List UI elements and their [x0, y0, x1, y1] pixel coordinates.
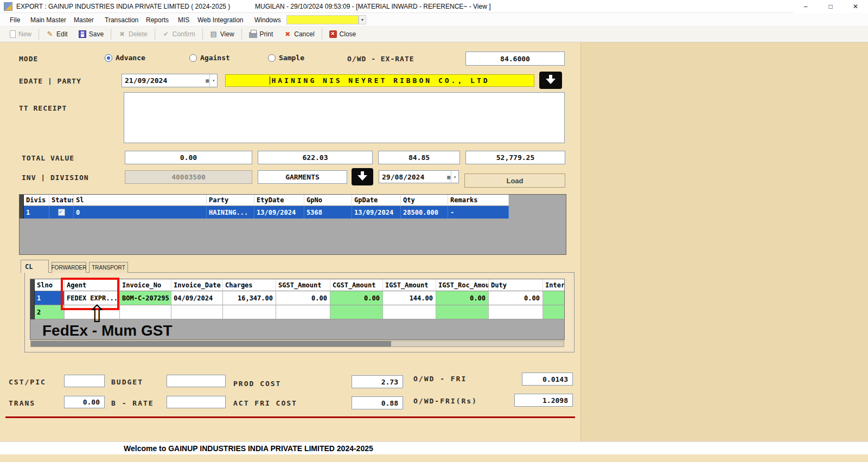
menu-transaction[interactable]: Transaction: [103, 13, 141, 27]
grid2-col-igst[interactable]: IGST_Amount: [383, 279, 436, 291]
close-button[interactable]: Close: [324, 28, 362, 40]
grid2-col-slno[interactable]: Slno: [35, 279, 65, 291]
chevron-down-icon[interactable]: ▾: [209, 74, 217, 87]
prod-cost-field[interactable]: 2.73: [352, 375, 403, 388]
cell-gpdate[interactable]: 13/09/2024: [352, 206, 401, 219]
cell-charges[interactable]: 16,347.00: [223, 291, 276, 305]
new-button[interactable]: New: [4, 28, 37, 40]
menu-mis[interactable]: MIS: [176, 13, 192, 27]
view-button[interactable]: View: [205, 28, 240, 40]
menu-reports[interactable]: Reports: [144, 13, 171, 27]
menu-file[interactable]: File: [8, 13, 22, 27]
cell-charges[interactable]: [223, 305, 276, 319]
division-field[interactable]: GARMENTS: [258, 170, 347, 184]
cell-igst-roc[interactable]: [436, 305, 489, 319]
total-value-field-4[interactable]: 52,779.25: [465, 151, 565, 164]
tab-cl[interactable]: CL: [21, 260, 49, 273]
scrollbar-thumb[interactable]: [31, 341, 391, 347]
cell-sgst[interactable]: [276, 305, 330, 319]
grid1-col-gpno[interactable]: GpNo: [304, 195, 352, 206]
print-button[interactable]: Print: [244, 28, 279, 40]
save-button[interactable]: Save: [73, 28, 109, 40]
grid2-col-igst-roc[interactable]: IGST_Roc_Amou: [436, 279, 489, 291]
total-value-field-2[interactable]: 622.03: [258, 151, 373, 164]
edate-datepicker[interactable]: 21/09/2024 ▦ ▾: [122, 74, 218, 87]
cell-igst-roc[interactable]: 0.00: [436, 291, 489, 305]
total-value-field-3[interactable]: 84.85: [378, 151, 460, 164]
menu-windows[interactable]: Windows: [252, 13, 283, 27]
edit-button[interactable]: Edit: [41, 28, 73, 40]
b-rate-field[interactable]: [167, 396, 226, 408]
cell-invoice-no[interactable]: [120, 305, 171, 319]
grid1-col-sl[interactable]: Sl: [74, 195, 207, 206]
cancel-button[interactable]: Cancel: [278, 28, 320, 40]
grid2-col-sgst[interactable]: SGST_Amount: [276, 279, 330, 291]
owd-fri-field[interactable]: 0.0143: [522, 373, 573, 386]
cell-inter[interactable]: [543, 291, 565, 305]
cst-pic-field[interactable]: [64, 375, 105, 387]
delete-button[interactable]: Delete: [113, 28, 153, 40]
total-value-field-1[interactable]: 0.00: [125, 151, 252, 164]
chevron-down-icon[interactable]: ▾: [451, 171, 458, 183]
grid1-col-gpdate[interactable]: GpDate: [352, 195, 401, 206]
budget-field[interactable]: [167, 375, 226, 387]
grid2-col-inter[interactable]: Inter: [543, 279, 565, 291]
cell-duty[interactable]: [489, 305, 543, 319]
division-lookup-button[interactable]: [352, 168, 373, 185]
menu-master[interactable]: Master: [72, 13, 96, 27]
invoice-datepicker[interactable]: 29/08/2024 ▦ ▾: [379, 170, 459, 183]
cell-cgst[interactable]: 0.00: [330, 291, 383, 305]
cell-remarks[interactable]: -: [448, 206, 509, 219]
act-fri-cost-field[interactable]: 0.88: [352, 396, 403, 409]
grid1-selected-row[interactable]: 1 0 HAINING... 13/09/2024 5368 13/09/202…: [20, 206, 566, 219]
exrate-field[interactable]: 84.6000: [465, 52, 565, 66]
menu-quick-search-input[interactable]: [286, 15, 359, 24]
cell-qty[interactable]: 28500.000: [401, 206, 448, 219]
confirm-button[interactable]: Confirm: [157, 28, 201, 40]
menu-quick-search-dropdown-icon[interactable]: ▾: [359, 15, 366, 24]
grid2-col-duty[interactable]: Duty: [489, 279, 543, 291]
trans-field[interactable]: 0.00: [64, 396, 105, 408]
cell-party[interactable]: HAINING...: [207, 206, 254, 219]
radio-advance[interactable]: Advance: [105, 54, 145, 62]
close-window-button[interactable]: ✕: [843, 0, 868, 13]
cell-slno[interactable]: 1: [35, 291, 65, 305]
cell-cgst[interactable]: [330, 305, 383, 319]
grid2-col-charges[interactable]: Charges: [223, 279, 276, 291]
horizontal-scrollbar[interactable]: [30, 341, 564, 347]
grid2-col-cgst[interactable]: CGST_Amount: [330, 279, 383, 291]
grid1-col-divis[interactable]: Divis: [24, 195, 49, 206]
cell-sgst[interactable]: 0.00: [276, 291, 330, 305]
tt-receipt-field[interactable]: [124, 92, 565, 143]
cell-invoice-date[interactable]: 04/09/2024: [171, 291, 223, 305]
cell-divis[interactable]: 1: [24, 206, 49, 219]
cell-status[interactable]: [49, 206, 74, 219]
cell-invoice-no[interactable]: BOM-C-207295: [120, 291, 171, 305]
tab-transport[interactable]: TRANSPORT: [89, 262, 128, 273]
menu-main-master[interactable]: Main Master: [28, 13, 68, 27]
grid1-col-qty[interactable]: Qty: [401, 195, 448, 206]
cell-inter[interactable]: [543, 305, 565, 319]
minimize-button[interactable]: –: [793, 0, 818, 13]
radio-against[interactable]: Against: [189, 54, 230, 62]
grid2-col-invoice-no[interactable]: Invoice_No: [120, 279, 171, 291]
maximize-button[interactable]: □: [818, 0, 843, 13]
grid1-col-status[interactable]: Status: [49, 195, 74, 206]
party-field[interactable]: HAINING NIS NEYRET RIBBON CO., LTD: [225, 74, 534, 87]
cell-sl[interactable]: 0: [74, 206, 207, 219]
menu-web-integration[interactable]: Web Integration: [195, 13, 246, 27]
grid1-col-etydate[interactable]: EtyDate: [254, 195, 304, 206]
cell-duty[interactable]: 0.00: [489, 291, 543, 305]
cell-igst[interactable]: [383, 305, 436, 319]
grid1-col-party[interactable]: Party: [207, 195, 254, 206]
cell-invoice-date[interactable]: [171, 305, 223, 319]
material-inward-grid[interactable]: Divis Status Sl Party EtyDate GpNo GpDat…: [19, 194, 566, 255]
cell-etydate[interactable]: 13/09/2024: [254, 206, 304, 219]
tab-forwarder[interactable]: FORWARDER: [52, 262, 86, 273]
radio-sample[interactable]: Sample: [268, 54, 304, 62]
load-button[interactable]: Load: [464, 174, 565, 188]
cell-slno[interactable]: 2: [35, 305, 65, 319]
grid2-col-invoice-date[interactable]: Invoice_Date: [171, 279, 223, 291]
grid1-col-remarks[interactable]: Remarks: [448, 195, 509, 206]
cell-igst[interactable]: 144.00: [383, 291, 436, 305]
